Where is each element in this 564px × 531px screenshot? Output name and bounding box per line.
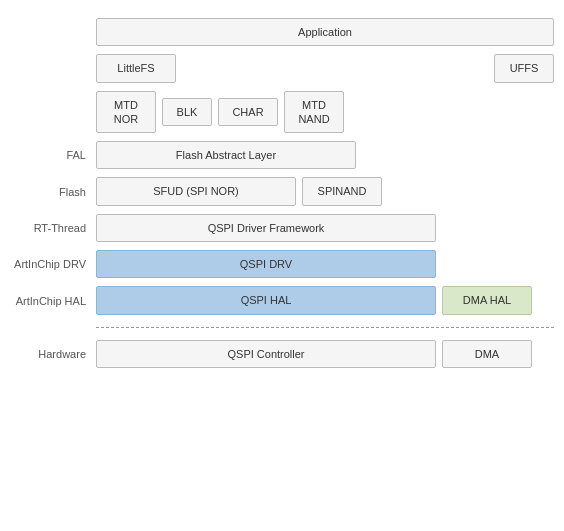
qspi-hal-block: QSPI HAL bbox=[96, 286, 436, 314]
diagram: Application LittleFS UFFS MTD NOR BLK CH… bbox=[0, 10, 564, 376]
fs-content: LittleFS UFFS bbox=[96, 54, 554, 82]
mtd-nor-block: MTD NOR bbox=[96, 91, 156, 134]
application-block: Application bbox=[96, 18, 554, 46]
rtthread-label: RT-Thread bbox=[10, 222, 90, 234]
dma-block: DMA bbox=[442, 340, 532, 368]
artinchip-hal-content: QSPI HAL DMA HAL bbox=[96, 286, 554, 314]
application-row: Application bbox=[10, 18, 554, 46]
sfud-block: SFUD (SPI NOR) bbox=[96, 177, 296, 205]
qspi-framework-block: QSPI Driver Framework bbox=[96, 214, 436, 242]
hardware-label: Hardware bbox=[10, 348, 90, 360]
mtd-nand-block: MTD NAND bbox=[284, 91, 344, 134]
hardware-content: QSPI Controller DMA bbox=[96, 340, 554, 368]
fal-content: Flash Abstract Layer bbox=[96, 141, 554, 169]
mtd-content: MTD NOR BLK CHAR MTD NAND bbox=[96, 91, 554, 134]
rtthread-row: RT-Thread QSPI Driver Framework bbox=[10, 214, 554, 242]
flash-content: SFUD (SPI NOR) SPINAND bbox=[96, 177, 554, 205]
application-content: Application bbox=[96, 18, 554, 46]
fs-row: LittleFS UFFS bbox=[10, 54, 554, 82]
artinchip-drv-content: QSPI DRV bbox=[96, 250, 554, 278]
mtd-row: MTD NOR BLK CHAR MTD NAND bbox=[10, 91, 554, 134]
qspi-drv-block: QSPI DRV bbox=[96, 250, 436, 278]
flash-row: Flash SFUD (SPI NOR) SPINAND bbox=[10, 177, 554, 205]
divider-row bbox=[10, 323, 554, 332]
dashed-divider bbox=[96, 327, 554, 328]
artinchip-hal-label: ArtInChip HAL bbox=[10, 295, 90, 307]
artinchip-hal-row: ArtInChip HAL QSPI HAL DMA HAL bbox=[10, 286, 554, 314]
blk-block: BLK bbox=[162, 98, 212, 126]
littlefs-block: LittleFS bbox=[96, 54, 176, 82]
fal-label: FAL bbox=[10, 149, 90, 161]
char-block: CHAR bbox=[218, 98, 278, 126]
rtthread-content: QSPI Driver Framework bbox=[96, 214, 554, 242]
artinchip-drv-row: ArtInChip DRV QSPI DRV bbox=[10, 250, 554, 278]
dma-hal-block: DMA HAL bbox=[442, 286, 532, 314]
artinchip-drv-label: ArtInChip DRV bbox=[10, 258, 90, 270]
hardware-row: Hardware QSPI Controller DMA bbox=[10, 340, 554, 368]
qspi-controller-block: QSPI Controller bbox=[96, 340, 436, 368]
fal-block: Flash Abstract Layer bbox=[96, 141, 356, 169]
uffs-block: UFFS bbox=[494, 54, 554, 82]
fal-row: FAL Flash Abstract Layer bbox=[10, 141, 554, 169]
divider-content bbox=[96, 323, 554, 332]
spinand-block: SPINAND bbox=[302, 177, 382, 205]
flash-label: Flash bbox=[10, 186, 90, 198]
